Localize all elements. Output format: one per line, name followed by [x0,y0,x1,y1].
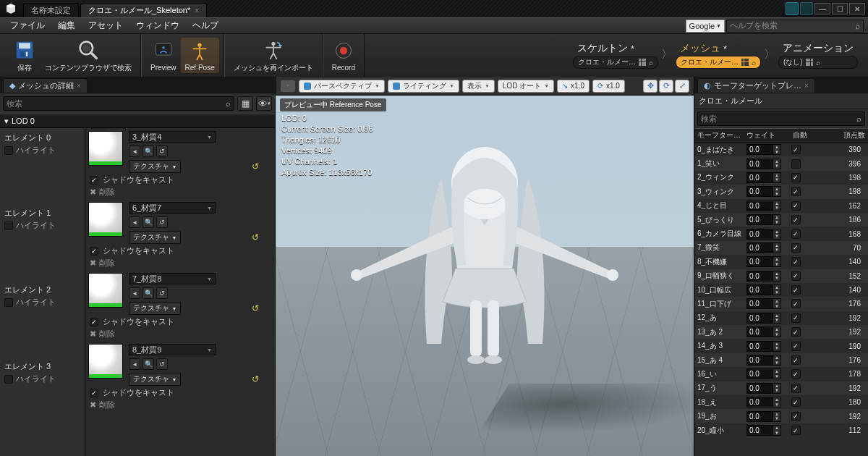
auto-checkbox[interactable] [791,173,801,182]
morph-weight-input[interactable]: 0.0▲▼ [746,425,781,436]
morph-row[interactable]: 3_ウィンク0.0▲▼198 [694,185,868,198]
auto-checkbox[interactable] [791,201,801,211]
morph-weight-input[interactable]: 0.0▲▼ [746,313,781,324]
morph-row[interactable]: 6_カメラ目線0.0▲▼168 [694,227,868,240]
textures-dropdown[interactable]: テクスチャ▼ [129,373,181,386]
checkbox[interactable] [90,318,98,326]
browse-button[interactable]: 🔍 [142,358,154,370]
auto-checkbox[interactable] [791,327,801,337]
auto-checkbox[interactable] [791,285,801,295]
spinner-arrows[interactable]: ▲▼ [773,397,780,407]
cast-shadow-toggle[interactable]: シャドウをキャスト [90,174,269,185]
morph-weight-input[interactable]: 0.0▲▼ [746,159,781,169]
morph-row[interactable]: 11_口下げ0.0▲▼176 [694,297,868,311]
auto-checkbox[interactable] [791,145,801,154]
spinner-arrows[interactable]: ▲▼ [773,384,780,393]
checkbox[interactable] [90,247,98,256]
reset-to-default-icon[interactable]: ↺ [252,232,259,242]
auto-checkbox[interactable] [791,426,801,435]
auto-checkbox[interactable] [791,271,801,281]
details-view-options[interactable]: ▦ [237,96,253,111]
reset-mat-button[interactable]: ↺ [156,287,168,299]
menu-edit[interactable]: 編集 [52,18,81,33]
cast-shadow-toggle[interactable]: シャドウをキャスト [90,245,269,256]
morph-row[interactable]: 4_じと目0.0▲▼162 [694,199,868,213]
highlight-toggle[interactable]: ハイライト [4,145,80,156]
auto-checkbox[interactable] [791,313,801,323]
morph-weight-input[interactable]: 0.0▲▼ [746,368,781,379]
reset-to-default-icon[interactable]: ↺ [252,161,259,172]
spinner-arrows[interactable]: ▲▼ [773,257,780,266]
titlebar-drag-area[interactable] [207,0,783,17]
close-button[interactable]: ✕ [849,3,865,14]
menu-help[interactable]: ヘルプ [187,18,224,33]
delete-section-button[interactable]: ✖削除 [90,329,269,339]
source-control-icon-2[interactable] [800,2,813,15]
material-thumbnail[interactable] [88,273,123,308]
morph-row[interactable]: 2_ウィンク0.0▲▼198 [694,171,868,185]
auto-checkbox[interactable] [791,159,801,169]
close-icon[interactable]: × [804,82,809,90]
morph-weight-input[interactable]: 0.0▲▼ [746,298,781,309]
morph-row[interactable]: 10_口幅広0.0▲▼140 [694,283,868,297]
auto-checkbox[interactable] [791,384,801,393]
morph-row[interactable]: 14_あ 30.0▲▼190 [694,339,868,352]
use-selected-button[interactable]: ◂ [129,145,140,157]
viewport-lighting-button[interactable]: ライティング▼ [388,80,459,93]
morph-row[interactable]: 19_お0.0▲▼192 [694,409,868,423]
morph-weight-input[interactable]: 0.0▲▼ [746,355,781,366]
viewport-perspective-button[interactable]: パースペクティブ▼ [299,80,385,93]
morph-row[interactable]: 20_瞳小0.0▲▼112 [694,423,868,437]
morph-row[interactable]: 8_不機嫌0.0▲▼140 [694,255,868,269]
reset-mat-button[interactable]: ↺ [156,145,168,157]
viewport-playback-speed-1[interactable]: ↘x1.0 [557,80,590,93]
viewport[interactable]: プレビュー中 Reference Pose LOD: 0 Current Scr… [276,96,694,456]
auto-checkbox[interactable] [791,187,801,196]
details-visibility-options[interactable]: 👁▾ [256,96,272,111]
auto-checkbox[interactable] [791,299,801,308]
spinner-arrows[interactable]: ▲▼ [773,173,780,182]
morph-weight-input[interactable]: 0.0▲▼ [746,411,781,422]
auto-checkbox[interactable] [791,243,801,253]
material-thumbnail[interactable] [88,344,123,379]
viewport-rotate-icon[interactable]: ⟳ [659,80,673,93]
morph-row[interactable]: 18_え0.0▲▼180 [694,395,868,409]
record-button[interactable]: Record [328,38,359,73]
delete-section-button[interactable]: ✖削除 [90,258,269,269]
col-verts[interactable]: 頂点数 [814,129,868,142]
spinner-arrows[interactable]: ▲▼ [773,215,780,224]
minimize-button[interactable]: — [814,3,830,14]
delete-section-button[interactable]: ✖削除 [90,187,269,198]
spinner-arrows[interactable]: ▲▼ [773,313,780,323]
textures-dropdown[interactable]: テクスチャ▼ [129,160,181,173]
save-button[interactable]: 保存 [9,37,41,75]
close-icon[interactable]: × [195,7,199,14]
material-thumbnail[interactable] [88,131,123,166]
checkbox[interactable] [90,389,98,397]
spinner-arrows[interactable]: ▲▼ [773,201,780,211]
auto-checkbox[interactable] [791,215,801,224]
spinner-arrows[interactable]: ▲▼ [773,243,780,253]
material-name-dropdown[interactable]: 8_材質9▼ [129,344,216,355]
morph-weight-input[interactable]: 0.0▲▼ [746,172,781,183]
use-selected-button[interactable]: ◂ [129,216,140,228]
menu-asset[interactable]: アセット [82,18,129,33]
highlight-toggle[interactable]: ハイライト [4,220,80,231]
mode-skeleton[interactable]: スケルトン* クロエ・ルメー…⌕ [573,42,658,69]
spinner-arrows[interactable]: ▲▼ [773,159,780,169]
morph-tab[interactable]: ◐ モーフターゲットプレ… × [697,78,815,93]
google-search-source[interactable]: Google▼ [686,20,725,33]
spinner-arrows[interactable]: ▲▼ [773,145,780,154]
textures-dropdown[interactable]: テクスチャ▼ [129,302,181,315]
auto-checkbox[interactable] [791,342,801,351]
browse-button[interactable]: 🔍 [142,287,154,299]
use-selected-button[interactable]: ◂ [129,358,140,370]
close-icon[interactable]: × [77,82,81,90]
spinner-arrows[interactable]: ▲▼ [773,299,780,308]
morph-row[interactable]: 13_あ 20.0▲▼192 [694,325,868,339]
col-weight[interactable]: ウェイト [744,129,786,142]
col-name[interactable]: モーフター… [694,129,744,142]
source-control-icon[interactable] [786,2,799,15]
spinner-arrows[interactable]: ▲▼ [773,369,780,379]
morph-weight-input[interactable]: 0.0▲▼ [746,186,781,197]
